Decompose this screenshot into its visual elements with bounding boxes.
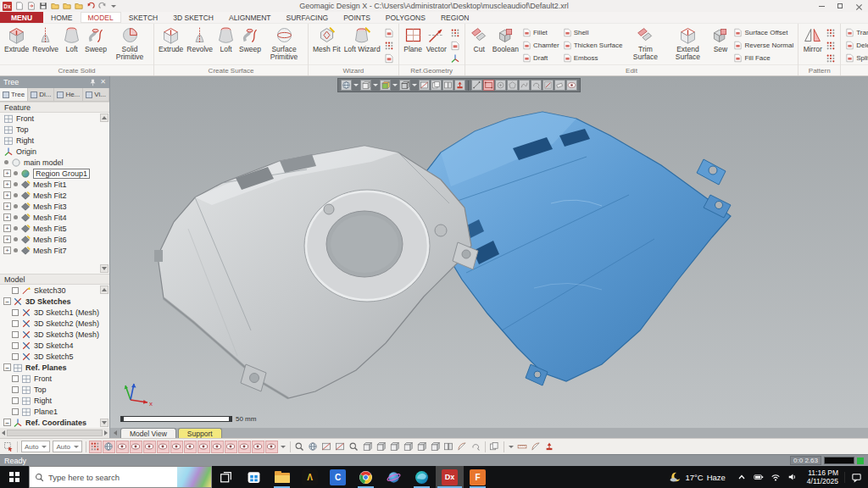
extend-surface-button[interactable]: Extend Surface <box>666 25 709 61</box>
section-sheet-button[interactable] <box>431 80 442 91</box>
show-solid-bodies-toggle[interactable] <box>184 441 197 453</box>
show-curves-toggle[interactable] <box>130 441 142 453</box>
section-plane-button[interactable] <box>419 80 430 91</box>
deviation-tool-button[interactable] <box>454 80 465 91</box>
wifi-icon[interactable] <box>767 472 784 482</box>
record-screen-button[interactable] <box>543 441 556 453</box>
tree-item-sketch30[interactable]: Sketch30 <box>0 285 109 296</box>
revolve-button[interactable]: Revolve <box>185 25 214 53</box>
vector-button[interactable]: Vector <box>425 25 448 53</box>
tree-tab-tree[interactable]: Tree <box>0 88 28 101</box>
visibility-checkbox[interactable] <box>12 309 19 316</box>
select-circle-button[interactable] <box>495 80 506 91</box>
loft-button[interactable]: Loft <box>60 25 83 53</box>
select-rectangle-button[interactable] <box>483 80 494 91</box>
view-front-button[interactable] <box>375 441 387 453</box>
scroll-up-icon[interactable] <box>100 114 108 122</box>
taskbar-app-edge[interactable] <box>408 466 436 488</box>
tab-home[interactable]: HOME <box>43 12 81 23</box>
zoom-globe-button[interactable] <box>307 441 320 453</box>
tree-item-mesh-fit5[interactable]: +Mesh Fit5 <box>0 223 109 234</box>
taskbar-weather[interactable]: 17°CHaze <box>661 471 732 484</box>
open-folder-icon[interactable] <box>50 2 59 11</box>
transform-body-button[interactable]: Transform Body <box>843 26 868 39</box>
tree-item-right[interactable]: Right <box>0 135 109 146</box>
taskbar-app-app-c[interactable]: C <box>324 466 352 488</box>
boolean-button[interactable]: Boolean <box>491 25 520 53</box>
redo-icon[interactable] <box>97 2 107 11</box>
cut-button[interactable]: Cut <box>468 25 491 53</box>
show-mesh-toggle[interactable] <box>103 441 115 453</box>
tab-sketch[interactable]: SKETCH <box>121 12 165 23</box>
view-back-button[interactable] <box>388 441 401 453</box>
scroll-right-icon[interactable] <box>104 430 108 435</box>
visibility-checkbox[interactable] <box>12 331 19 338</box>
new-file-icon[interactable] <box>14 2 24 11</box>
tab-region[interactable]: REGION <box>433 12 477 23</box>
tab-3d-sketch[interactable]: 3D SKETCH <box>165 12 221 23</box>
pin-icon[interactable] <box>89 79 97 86</box>
fillet-button[interactable]: Fillet <box>520 26 561 39</box>
show-ref-planes-toggle[interactable] <box>198 441 210 453</box>
restore-button[interactable] <box>831 0 849 12</box>
view-left-button[interactable] <box>402 441 415 453</box>
app-logo-icon[interactable]: Dx <box>3 2 12 11</box>
visibility-checkbox[interactable] <box>12 342 19 349</box>
ref-point-icon[interactable] <box>448 26 462 39</box>
taskbar-app-file-explorer[interactable] <box>268 466 296 488</box>
show-region-toggle[interactable] <box>116 441 129 453</box>
sweep-button[interactable]: Sweep <box>83 25 108 53</box>
collapse-icon[interactable]: – <box>3 419 11 426</box>
select-line-button[interactable] <box>471 80 482 91</box>
select-lasso-button[interactable] <box>531 80 542 91</box>
tree-item-mesh-fit2[interactable]: +Mesh Fit2 <box>0 190 109 201</box>
recent-folder-icon[interactable] <box>62 2 71 11</box>
measure-angle-button[interactable] <box>530 441 542 453</box>
loft-button[interactable]: Loft <box>214 25 237 53</box>
tree-item-plane1[interactable]: Plane1 <box>0 406 109 417</box>
taskbar-search-input[interactable]: Type here to search <box>29 466 212 488</box>
delete-body-button[interactable]: Delete Body <box>843 39 868 52</box>
view-top-button[interactable] <box>429 441 442 453</box>
surface-primitive-button[interactable]: Surface Primitive <box>263 25 305 61</box>
menu-button[interactable]: MENU <box>0 12 43 23</box>
loft-wizard-button[interactable]: Loft Wizard <box>342 25 382 53</box>
expand-icon[interactable]: + <box>3 202 11 210</box>
visibility-caret-icon[interactable] <box>281 446 286 448</box>
tree-item-3d-sketch3-mesh[interactable]: 3D Sketch3 (Mesh) <box>0 329 109 340</box>
tab-points[interactable]: POINTS <box>336 12 378 23</box>
tree-item-mesh-fit3[interactable]: +Mesh Fit3 <box>0 201 109 212</box>
emboss-button[interactable]: Emboss <box>561 52 625 64</box>
mirror-button[interactable]: Mirror <box>801 25 824 53</box>
show-scene-toggle[interactable] <box>265 441 278 453</box>
taskbar-clock[interactable]: 11:16 PM4/11/2025 <box>801 469 844 485</box>
ref-coordinate-icon[interactable] <box>448 52 462 64</box>
linear-pattern-icon[interactable] <box>824 39 837 52</box>
expand-icon[interactable]: + <box>3 191 11 199</box>
tree-item-3d-sketch4[interactable]: 3D Sketch4 <box>0 340 109 351</box>
zoom-fit-button[interactable] <box>293 441 306 453</box>
selection-mode-combobox[interactable]: Auto <box>21 441 50 452</box>
extrude-button[interactable]: Extrude <box>157 25 185 53</box>
scroll-down-icon[interactable] <box>100 264 108 273</box>
close-button[interactable] <box>849 0 868 12</box>
view-tab-model-view[interactable]: Model View <box>120 428 176 438</box>
draft-button[interactable]: Draft <box>520 52 561 64</box>
start-button[interactable] <box>0 466 29 488</box>
plane-button[interactable]: Plane <box>402 25 425 53</box>
tree-item-origin[interactable]: Origin <box>0 146 109 157</box>
ref-polyline-icon[interactable] <box>448 39 462 52</box>
tree-item-mesh-fit6[interactable]: +Mesh Fit6 <box>0 234 109 245</box>
tree-item-mesh-fit1[interactable]: +Mesh Fit1 <box>0 179 109 190</box>
view-wire-cube-button[interactable] <box>399 80 410 91</box>
tree-item-top[interactable]: Top <box>0 124 109 135</box>
tree-item-3d-sketch1-mesh[interactable]: 3D Sketch1 (Mesh) <box>0 307 109 318</box>
view-shaded-cube-button[interactable] <box>360 80 371 91</box>
collapse-icon[interactable]: – <box>3 297 11 305</box>
tab-alignment[interactable]: ALIGNMENT <box>221 12 279 23</box>
visibility-checkbox[interactable] <box>12 386 19 393</box>
tab-surfacing[interactable]: SURFACING <box>279 12 337 23</box>
quickbar-caret-icon[interactable] <box>111 5 116 8</box>
auto-surface-icon[interactable] <box>382 26 396 39</box>
previous-view-button[interactable] <box>320 441 333 453</box>
